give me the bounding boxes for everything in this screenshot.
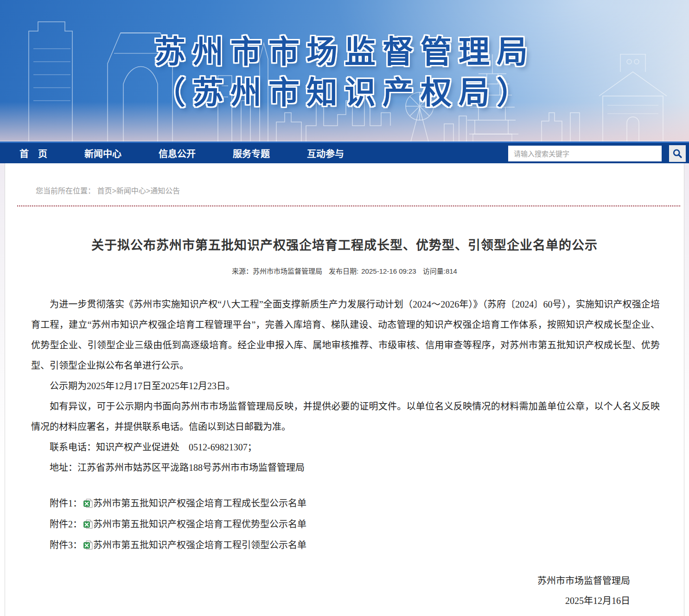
attachment-link-leading-list[interactable]: 苏州市第五批知识产权强企培育工程引领型公示名单 <box>93 540 306 550</box>
paragraph: 公示期为2025年12月17日至2025年12月23日。 <box>31 376 660 396</box>
main-nav: 首 页 新闻中心 信息公开 服务专题 互动参与 <box>0 141 689 163</box>
attachment-label: 附件3： <box>50 540 82 550</box>
breadcrumb-prefix: 您当前所在位置： <box>36 187 95 195</box>
attachment-row: 附件3：苏州市第五批知识产权强企培育工程引领型公示名单 <box>31 535 660 556</box>
site-title-line1: 苏州市市场监督管理局 <box>154 33 535 71</box>
site-title-block: 苏州市市场监督管理局 （苏州市知识产权局） <box>0 0 689 141</box>
meta-source-label: 来源： <box>232 267 253 275</box>
nav-item-info-disclosure[interactable]: 信息公开 <box>159 147 196 160</box>
paragraph: 如有异议，可于公示期内书面向苏州市市场监督管理局反映，并提供必要的证明文件。以单… <box>31 396 660 437</box>
site-banner: 苏州市市场监督管理局 （苏州市知识产权局） <box>0 0 689 141</box>
meta-views: 814 <box>446 267 457 275</box>
search-button[interactable] <box>669 145 686 162</box>
search-input[interactable] <box>508 146 662 161</box>
paragraph-contact-phone: 联系电话：知识产权产业促进处 0512-69821307； <box>31 437 660 457</box>
attachment-row: 附件1：苏州市第五批知识产权强企培育工程成长型公示名单 <box>31 494 660 514</box>
article-meta: 来源：苏州市市场监督管理局发布日期:2025-12-16 09:23访问量:81… <box>5 266 684 276</box>
article-body: 为进一步贯彻落实《苏州市实施知识产权“八大工程”全面支撑新质生产力发展行动计划（… <box>31 294 660 611</box>
search-icon <box>672 148 683 159</box>
dotted-divider <box>17 205 680 206</box>
signature-date: 2025年12月16日 <box>31 591 630 611</box>
paragraph: 为进一步贯彻落实《苏州市实施知识产权“八大工程”全面支撑新质生产力发展行动计划（… <box>31 294 660 376</box>
excel-file-icon <box>83 537 93 556</box>
signature-org: 苏州市市场监督管理局 <box>31 571 630 591</box>
attachment-link-growth-list[interactable]: 苏州市第五批知识产权强企培育工程成长型公示名单 <box>93 498 306 508</box>
breadcrumb-link-news[interactable]: 新闻中心 <box>116 187 146 195</box>
article-title: 关于拟公布苏州市第五批知识产权强企培育工程成长型、优势型、引领型企业名单的公示 <box>5 235 684 253</box>
breadcrumb: 您当前所在位置： 首页>新闻中心>通知公告 <box>5 163 684 196</box>
site-title-line2: （苏州市知识产权局） <box>154 74 535 111</box>
meta-date: 2025-12-16 09:23 <box>361 267 416 275</box>
excel-file-icon <box>83 516 93 535</box>
signature-block: 苏州市市场监督管理局 2025年12月16日 <box>31 571 660 611</box>
excel-file-icon <box>83 495 93 514</box>
content-panel: 您当前所在位置： 首页>新闻中心>通知公告 关于拟公布苏州市第五批知识产权强企培… <box>5 163 684 616</box>
attachment-link-advantage-list[interactable]: 苏州市第五批知识产权强企培育工程优势型公示名单 <box>93 519 306 529</box>
meta-views-label: 访问量: <box>423 267 446 275</box>
breadcrumb-separator: > <box>146 187 150 195</box>
attachment-row: 附件2：苏州市第五批知识产权强企培育工程优势型公示名单 <box>31 514 660 535</box>
nav-item-home[interactable]: 首 页 <box>19 147 47 160</box>
nav-item-news[interactable]: 新闻中心 <box>84 147 121 160</box>
meta-source: 苏州市市场监督管理局 <box>253 267 322 275</box>
attachment-label: 附件2： <box>50 519 82 529</box>
breadcrumb-separator: > <box>112 187 116 195</box>
paragraph-address: 地址：江苏省苏州市姑苏区平泷路188号苏州市市场监督管理局 <box>31 457 660 478</box>
meta-date-label: 发布日期: <box>329 267 358 275</box>
nav-item-interaction[interactable]: 互动参与 <box>307 147 344 160</box>
nav-item-service-topics[interactable]: 服务专题 <box>233 147 270 160</box>
attachments-list: 附件1：苏州市第五批知识产权强企培育工程成长型公示名单 附件2：苏州市第五批知识… <box>31 494 660 556</box>
attachment-label: 附件1： <box>50 498 82 508</box>
breadcrumb-link-home[interactable]: 首页 <box>97 187 112 195</box>
breadcrumb-link-notices[interactable]: 通知公告 <box>150 187 180 195</box>
